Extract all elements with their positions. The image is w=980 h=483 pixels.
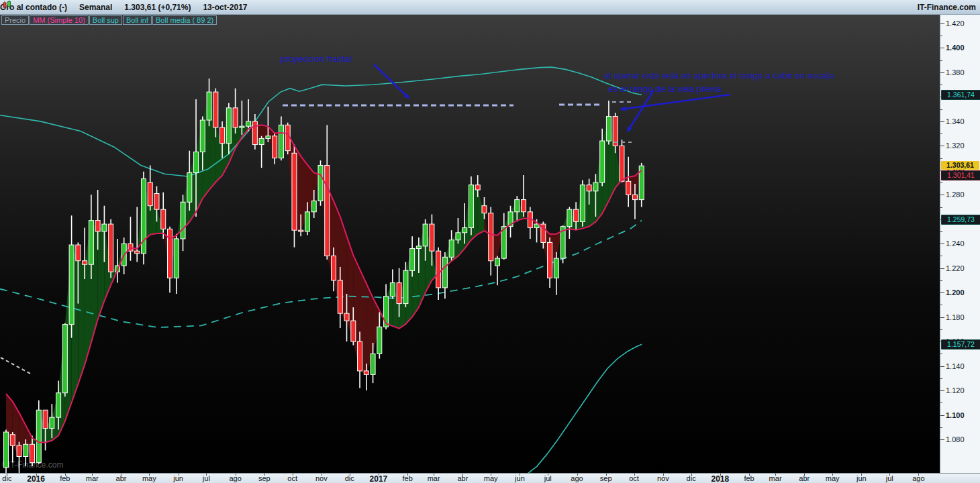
candle <box>161 209 166 229</box>
candle <box>187 172 192 202</box>
trade-note-line1[interactable]: al operar esta vela en apertura el rango… <box>604 70 834 80</box>
candle <box>299 230 303 231</box>
price-tick-label: 1.420 <box>946 19 965 28</box>
candle <box>364 371 369 374</box>
candle <box>462 228 467 233</box>
timeframe-label[interactable]: Semanal <box>79 3 112 12</box>
price-tag-cyan: 1.259,73 <box>941 215 980 225</box>
candle <box>207 92 211 120</box>
candle <box>620 146 624 181</box>
month-label: nov <box>315 474 328 482</box>
drawn-arrow[interactable] <box>374 64 409 98</box>
candle <box>266 136 271 139</box>
candle <box>36 410 41 462</box>
legend-chip-mm-simple-10[interactable]: MM (Simple 10) <box>30 15 89 25</box>
candle <box>522 200 526 212</box>
month-label: oct <box>629 474 639 482</box>
candle <box>430 224 434 251</box>
candle <box>305 212 309 231</box>
candle <box>246 121 251 126</box>
candle <box>358 341 362 371</box>
brand-link[interactable]: IT-Finance.com <box>918 3 976 12</box>
candle <box>174 239 179 278</box>
price-tick <box>940 402 942 403</box>
price-tick-label: 1.080 <box>946 435 965 443</box>
price-tick <box>940 305 942 305</box>
candle <box>410 249 415 271</box>
month-label: mar <box>428 474 440 482</box>
candle <box>495 258 500 266</box>
legend-chip-precio[interactable]: Precio <box>1 15 29 25</box>
candle <box>390 283 395 297</box>
candle <box>62 325 67 393</box>
candle <box>626 181 631 195</box>
candle <box>43 410 48 428</box>
price-tag-red: 1.301,41 <box>941 170 980 180</box>
price-tick <box>940 231 942 232</box>
candle <box>482 206 487 213</box>
legend-chip-boll-media-89-2[interactable]: Boll media ( 89 2) <box>152 15 217 25</box>
month-label: 2018 <box>711 474 729 483</box>
price-tick <box>940 85 942 85</box>
candle <box>273 136 277 158</box>
time-axis[interactable]: dic2016febmarabrmayjunjulagosepoctnovdic… <box>0 473 980 483</box>
chart-canvas[interactable]: ©IT-Finance.comproyeccion fractalal oper… <box>0 15 940 473</box>
drawn-arrow[interactable] <box>621 95 730 109</box>
price-tick <box>940 390 944 391</box>
price-tag-cyan: 1.361,74 <box>941 90 980 100</box>
month-label: ago <box>571 474 583 482</box>
candle <box>135 251 140 254</box>
title-bar: Oro al contado (-) Semanal 1.303,61 (+0,… <box>0 0 980 15</box>
candle <box>220 127 225 144</box>
price-tick <box>940 195 944 195</box>
price-tick-label: 1.120 <box>946 386 965 394</box>
candle <box>311 201 316 211</box>
candle <box>515 200 520 212</box>
fractal-projection-label[interactable]: proyeccion fractal <box>281 54 352 64</box>
price-tick-label: 1.280 <box>946 191 965 199</box>
boll-inf-line <box>528 344 642 473</box>
price-tick-label: 1.220 <box>946 264 965 272</box>
candle <box>89 221 93 265</box>
candle <box>226 108 231 144</box>
candle <box>332 256 336 280</box>
candle <box>213 92 218 127</box>
drawn-arrow[interactable] <box>628 90 654 131</box>
candle <box>252 121 257 145</box>
candle <box>233 108 238 127</box>
price-tick <box>940 378 942 379</box>
month-label: dic <box>2 474 11 482</box>
candle <box>600 141 605 182</box>
month-label: dic <box>345 474 354 482</box>
price-axis[interactable]: 1.4201.4001.3801.3601.3401.3201.3001.280… <box>940 15 980 473</box>
month-label: 2017 <box>370 474 388 483</box>
candle <box>548 242 552 278</box>
candle <box>377 327 382 354</box>
month-label: abr <box>799 474 810 482</box>
legend-chip-boll-inf[interactable]: Boll inf <box>123 15 152 25</box>
candle <box>17 445 21 456</box>
candle <box>69 245 74 325</box>
price-tick-label: 1.380 <box>946 68 965 76</box>
candle <box>148 182 152 206</box>
price-tick <box>940 244 944 244</box>
candle <box>567 209 572 227</box>
month-label: jun <box>173 474 183 482</box>
candle <box>102 224 107 231</box>
candle <box>240 126 244 127</box>
price-tick <box>940 60 942 61</box>
month-label: jun <box>515 474 525 482</box>
month-label: mar <box>769 474 782 482</box>
month-label: jun <box>856 474 867 482</box>
legend-chip-boll-sup[interactable]: Boll sup <box>89 15 122 25</box>
price-tick-label: 1.100 <box>946 411 965 419</box>
price-tick <box>940 121 944 122</box>
candle <box>338 280 342 313</box>
price-tag-cyan: 1.157,72 <box>941 339 980 350</box>
trade-note-line2[interactable]: es el rango de la vela previa <box>608 84 722 94</box>
price-tick <box>940 317 944 318</box>
drawn-dashed-line[interactable] <box>1 358 32 374</box>
candle <box>344 313 349 321</box>
month-label: ago <box>229 474 241 482</box>
price-tick <box>940 329 942 330</box>
